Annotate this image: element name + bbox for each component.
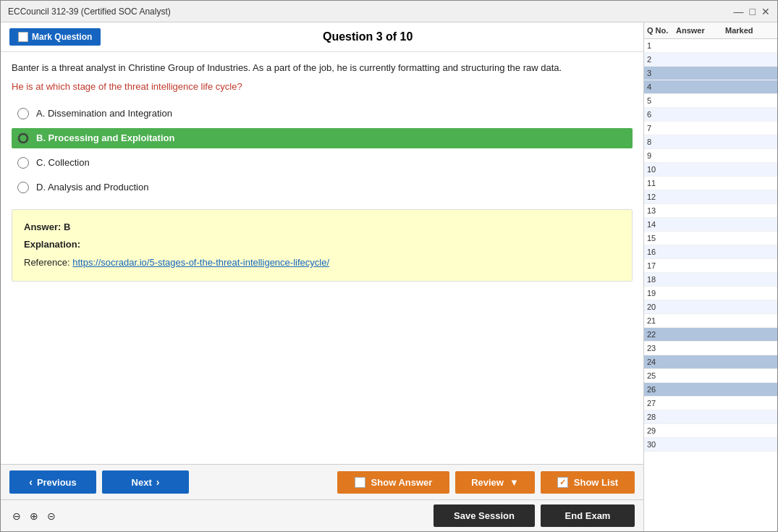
q-number: 20 xyxy=(647,303,676,311)
question-list-item[interactable]: 10 xyxy=(644,163,777,177)
question-list-item[interactable]: 15 xyxy=(644,232,777,245)
question-list-item[interactable]: 12 xyxy=(644,190,777,204)
q-number: 13 xyxy=(647,206,676,215)
sidebar-col-qno: Q No. xyxy=(647,26,676,35)
q-answer xyxy=(676,41,725,50)
previous-button[interactable]: ‹ Previous xyxy=(9,470,96,494)
question-sub-text: He is at which stage of the threat intel… xyxy=(12,81,633,92)
question-list-item[interactable]: 1 xyxy=(644,39,777,53)
q-number: 28 xyxy=(647,413,676,421)
question-list-item[interactable]: 7 xyxy=(644,122,777,135)
q-marked xyxy=(725,234,774,242)
radio-c[interactable] xyxy=(17,157,29,169)
q-number: 11 xyxy=(647,179,676,187)
question-list-item[interactable]: 23 xyxy=(644,342,777,355)
question-list-item[interactable]: 30 xyxy=(644,438,777,452)
question-list-item[interactable]: 6 xyxy=(644,108,777,122)
question-area: Banter is a threat analyst in Christine … xyxy=(1,52,643,464)
q-marked xyxy=(725,303,774,311)
option-b[interactable]: B. Processing and Exploitation xyxy=(12,128,633,148)
q-answer xyxy=(676,303,725,311)
q-marked xyxy=(725,330,774,339)
q-number: 25 xyxy=(647,371,676,380)
reference-link[interactable]: https://socradar.io/5-stages-of-the-thre… xyxy=(72,257,329,268)
title-bar: ECCouncil 312-39 (Certified SOC Analyst)… xyxy=(1,1,777,22)
question-list-item[interactable]: 3 xyxy=(644,67,777,80)
q-marked xyxy=(725,83,774,91)
review-button[interactable]: Review ▼ xyxy=(455,471,535,494)
q-marked xyxy=(725,96,774,105)
maximize-button[interactable]: □ xyxy=(750,6,756,17)
q-answer xyxy=(676,234,725,242)
top-bar: Mark Question Question 3 of 10 xyxy=(1,22,643,52)
q-answer xyxy=(676,179,725,187)
zoom-out-button[interactable]: ⊖ xyxy=(9,509,24,523)
question-list-item[interactable]: 11 xyxy=(644,177,777,190)
radio-d[interactable] xyxy=(17,182,29,193)
q-marked xyxy=(725,413,774,421)
option-a-label: A. Dissemination and Integration xyxy=(36,108,172,119)
q-marked xyxy=(725,275,774,284)
bottom-zoom-bar: ⊖ ⊕ ⊝ Save Session End Exam xyxy=(1,499,643,531)
question-list-item[interactable]: 28 xyxy=(644,410,777,424)
question-list-item[interactable]: 14 xyxy=(644,218,777,232)
save-session-button[interactable]: Save Session xyxy=(434,504,535,527)
question-list-item[interactable]: 19 xyxy=(644,287,777,300)
sidebar-col-answer: Answer xyxy=(676,26,725,35)
question-list-item[interactable]: 20 xyxy=(644,300,777,314)
mark-checkbox-icon xyxy=(18,32,28,42)
q-marked xyxy=(725,220,774,229)
radio-a[interactable] xyxy=(17,108,29,119)
q-answer xyxy=(676,344,725,352)
question-list-item[interactable]: 21 xyxy=(644,314,777,328)
option-c[interactable]: C. Collection xyxy=(12,153,633,173)
question-list-item[interactable]: 5 xyxy=(644,94,777,108)
question-list-item[interactable]: 29 xyxy=(644,424,777,438)
mark-question-button[interactable]: Mark Question xyxy=(9,28,101,46)
q-marked xyxy=(725,371,774,380)
q-marked xyxy=(725,41,774,50)
question-list-item[interactable]: 4 xyxy=(644,80,777,94)
show-list-checkbox-icon: ✓ xyxy=(557,477,568,488)
show-answer-button[interactable]: Show Answer xyxy=(337,471,449,494)
q-answer xyxy=(676,385,725,394)
question-list-item[interactable]: 13 xyxy=(644,204,777,218)
q-number: 14 xyxy=(647,220,676,229)
q-answer xyxy=(676,69,725,77)
question-list-item[interactable]: 17 xyxy=(644,259,777,273)
question-list-item[interactable]: 8 xyxy=(644,135,777,149)
minimize-button[interactable]: — xyxy=(734,6,744,17)
zoom-normal-button[interactable]: ⊕ xyxy=(27,509,41,523)
show-answer-checkbox-icon xyxy=(355,477,365,488)
question-list-item[interactable]: 16 xyxy=(644,245,777,259)
q-number: 2 xyxy=(647,55,676,64)
question-list-item[interactable]: 25 xyxy=(644,369,777,383)
sidebar-header: Q No. Answer Marked xyxy=(644,22,777,39)
q-answer xyxy=(676,289,725,297)
question-title: Question 3 of 10 xyxy=(101,30,635,43)
explanation-label: Explanation: xyxy=(24,237,620,253)
review-label: Review xyxy=(471,477,504,488)
question-list-item[interactable]: 18 xyxy=(644,273,777,287)
q-marked xyxy=(725,440,774,449)
question-list-item[interactable]: 22 xyxy=(644,328,777,342)
q-answer xyxy=(676,165,725,174)
right-panel: Q No. Answer Marked 12345678910111213141… xyxy=(643,22,777,531)
question-list-item[interactable]: 26 xyxy=(644,383,777,397)
q-answer xyxy=(676,399,725,408)
zoom-in-button[interactable]: ⊝ xyxy=(44,509,59,523)
question-list-item[interactable]: 2 xyxy=(644,53,777,67)
option-a[interactable]: A. Dissemination and Integration xyxy=(12,104,633,124)
option-d[interactable]: D. Analysis and Production xyxy=(12,177,633,198)
close-button[interactable]: ✕ xyxy=(761,6,770,17)
next-button[interactable]: Next › xyxy=(102,470,189,494)
radio-b[interactable] xyxy=(17,132,29,144)
q-marked xyxy=(725,69,774,77)
question-list-item[interactable]: 9 xyxy=(644,149,777,163)
question-list-item[interactable]: 27 xyxy=(644,397,777,410)
show-list-button[interactable]: ✓ Show List xyxy=(541,471,635,494)
question-list-item[interactable]: 24 xyxy=(644,355,777,369)
end-exam-button[interactable]: End Exam xyxy=(541,504,635,527)
q-number: 16 xyxy=(647,248,676,256)
q-marked xyxy=(725,358,774,366)
